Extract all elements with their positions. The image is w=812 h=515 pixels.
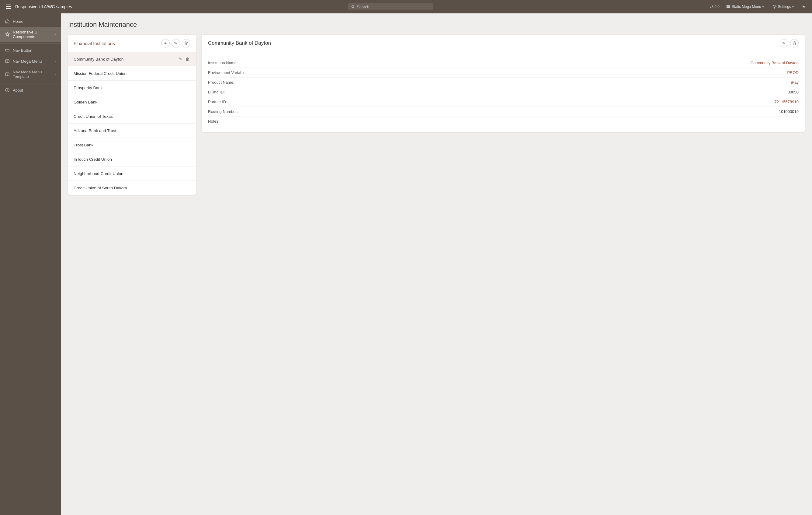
nav-mega-menu-icon bbox=[5, 59, 10, 63]
top-nav-right: v8.0.0 Static Mega Menu ▾ Settings ▾ ☀ bbox=[709, 3, 807, 11]
sidebar-item-home[interactable]: Home bbox=[0, 16, 61, 27]
institution-name-8: Neighborhood Credit Union bbox=[74, 171, 123, 176]
edit-institution-2-button[interactable]: ✎ bbox=[178, 85, 183, 91]
institution-name-1: Mission Federal Credit Union bbox=[74, 71, 126, 76]
nav-button-icon bbox=[5, 48, 10, 53]
institution-item-5[interactable]: Arizona Bank and Trust ✎ 🗑 bbox=[68, 124, 196, 138]
institution-item-4[interactable]: Credit Union of Texas ✎ 🗑 bbox=[68, 109, 196, 124]
detail-value-4: 72115678910 bbox=[263, 100, 799, 104]
detail-label-1: Environment Variable: bbox=[208, 70, 260, 75]
edit-institution-6-button[interactable]: ✎ bbox=[178, 142, 183, 148]
sidebar-item-nav-mega-menu-template-label: Nav Mega Menu Template bbox=[13, 70, 52, 79]
institution-name-9: Credit Union of South Dakota bbox=[74, 186, 127, 190]
institution-item-8[interactable]: Neighborhood Credit Union ✎ 🗑 bbox=[68, 166, 196, 181]
edit-institution-button[interactable]: ✎ bbox=[172, 39, 180, 48]
institution-name-0: Community Bank of Dayton bbox=[74, 57, 123, 61]
delete-institution-4-button[interactable]: 🗑 bbox=[185, 113, 191, 119]
delete-institution-button[interactable]: 🗑 bbox=[182, 39, 191, 48]
institution-item-1[interactable]: Mission Federal Credit Union ✎ 🗑 bbox=[68, 66, 196, 81]
sidebar-item-nav-mega-menu-template[interactable]: Nav Mega Menu Template › bbox=[0, 67, 61, 82]
version-label: v8.0.0 bbox=[709, 5, 720, 9]
delete-institution-8-button[interactable]: 🗑 bbox=[185, 170, 191, 177]
edit-institution-7-button[interactable]: ✎ bbox=[178, 156, 183, 162]
top-nav-left: Responsive UI A/WC samples bbox=[5, 3, 72, 10]
cards-row: Financial Institutions + ✎ 🗑 Community B… bbox=[68, 35, 805, 195]
institution-name-4: Credit Union of Texas bbox=[74, 114, 113, 119]
detail-row-3: Billing ID: 30050 bbox=[208, 87, 799, 97]
detail-label-2: Product Name: bbox=[208, 80, 260, 85]
edit-institution-9-button[interactable]: ✎ bbox=[178, 185, 183, 191]
financial-institutions-actions: + ✎ 🗑 bbox=[161, 39, 191, 48]
sidebar-item-responsive-ui-label: Responsive UI Components bbox=[13, 30, 52, 39]
financial-institutions-header: Financial Institutions + ✎ 🗑 bbox=[68, 35, 196, 52]
delete-institution-7-button[interactable]: 🗑 bbox=[185, 156, 191, 162]
edit-institution-5-button[interactable]: ✎ bbox=[178, 128, 183, 134]
static-mega-menu-label: Static Mega Menu bbox=[732, 5, 761, 9]
detail-row-6: Notes: bbox=[208, 116, 799, 126]
delete-institution-5-button[interactable]: 🗑 bbox=[185, 128, 191, 134]
add-institution-button[interactable]: + bbox=[161, 39, 170, 48]
institution-item-6[interactable]: Frost Bank ✎ 🗑 bbox=[68, 138, 196, 152]
settings-button[interactable]: Settings ▾ bbox=[771, 3, 795, 10]
delete-institution-6-button[interactable]: 🗑 bbox=[185, 142, 191, 148]
search-input[interactable] bbox=[357, 5, 430, 9]
financial-institutions-title: Financial Institutions bbox=[74, 41, 115, 46]
page-title: Institution Maintenance bbox=[68, 21, 805, 29]
sidebar-item-nav-mega-menu-label: Nav Mega Menu bbox=[13, 59, 42, 63]
svg-rect-3 bbox=[727, 6, 730, 7]
edit-institution-8-button[interactable]: ✎ bbox=[178, 170, 183, 177]
nav-mega-menu-template-icon bbox=[5, 72, 10, 77]
institution-item-0[interactable]: Community Bank of Dayton ✎ 🗑 bbox=[68, 52, 196, 66]
svg-point-0 bbox=[352, 5, 354, 7]
detail-value-0: Community Bank of Dayton bbox=[263, 60, 799, 65]
detail-header-actions: ✎ 🗑 bbox=[780, 39, 799, 48]
sidebar-item-about[interactable]: About bbox=[0, 85, 61, 96]
detail-row-2: Product Name: iPay bbox=[208, 78, 799, 87]
svg-rect-7 bbox=[5, 49, 9, 51]
sidebar-item-nav-button[interactable]: Nav Button bbox=[0, 45, 61, 56]
svg-rect-4 bbox=[727, 8, 730, 8]
delete-institution-9-button[interactable]: 🗑 bbox=[185, 185, 191, 191]
delete-detail-button[interactable]: 🗑 bbox=[790, 39, 799, 48]
nav-mega-menu-template-chevron: › bbox=[55, 73, 56, 76]
nav-mega-menu-chevron: › bbox=[55, 60, 56, 63]
main-content: Institution Maintenance Financial Instit… bbox=[61, 13, 812, 515]
delete-institution-2-button[interactable]: 🗑 bbox=[185, 85, 191, 91]
top-nav: Responsive UI A/WC samples v8.0.0 Static… bbox=[0, 0, 812, 13]
hamburger-menu-icon[interactable] bbox=[5, 3, 12, 10]
static-mega-menu-icon bbox=[726, 5, 730, 9]
financial-institutions-card: Financial Institutions + ✎ 🗑 Community B… bbox=[68, 35, 196, 195]
detail-row-5: Routing Number: 101000019 bbox=[208, 107, 799, 116]
search-box[interactable] bbox=[348, 3, 433, 10]
delete-institution-3-button[interactable]: 🗑 bbox=[185, 99, 191, 105]
sidebar-item-nav-mega-menu[interactable]: Nav Mega Menu › bbox=[0, 56, 61, 67]
edit-institution-0-button[interactable]: ✎ bbox=[178, 56, 183, 62]
info-icon bbox=[5, 88, 10, 92]
institution-item-7[interactable]: InTouch Credit Union ✎ 🗑 bbox=[68, 152, 196, 166]
institution-item-9[interactable]: Credit Union of South Dakota ✎ 🗑 bbox=[68, 181, 196, 195]
edit-institution-1-button[interactable]: ✎ bbox=[178, 70, 183, 76]
edit-detail-button[interactable]: ✎ bbox=[780, 39, 788, 48]
institution-item-3[interactable]: Golden Bank ✎ 🗑 bbox=[68, 95, 196, 109]
delete-institution-1-button[interactable]: 🗑 bbox=[185, 70, 191, 76]
svg-point-16 bbox=[7, 89, 8, 89]
detail-label-6: Notes: bbox=[208, 119, 260, 124]
institution-name-3: Golden Bank bbox=[74, 100, 97, 104]
edit-institution-3-button[interactable]: ✎ bbox=[178, 99, 183, 105]
sidebar-item-responsive-ui[interactable]: Responsive UI Components › bbox=[0, 27, 61, 42]
star-icon bbox=[5, 32, 10, 37]
institution-name-5: Arizona Bank and Trust bbox=[74, 129, 116, 133]
static-mega-menu-button[interactable]: Static Mega Menu ▾ bbox=[724, 3, 766, 10]
theme-toggle-button[interactable]: ☀ bbox=[801, 3, 807, 11]
static-mega-menu-chevron: ▾ bbox=[762, 5, 764, 8]
detail-card: Community Bank of Dayton ✎ 🗑 Institution… bbox=[202, 35, 805, 132]
settings-icon bbox=[773, 5, 777, 9]
sidebar-divider-1 bbox=[0, 43, 61, 44]
edit-institution-4-button[interactable]: ✎ bbox=[178, 113, 183, 119]
detail-label-3: Billing ID: bbox=[208, 90, 260, 94]
delete-institution-0-button[interactable]: 🗑 bbox=[185, 56, 191, 62]
detail-row-1: Environment Variable: PROD bbox=[208, 68, 799, 78]
institution-item-2[interactable]: Prosperity Bank ✎ 🗑 bbox=[68, 81, 196, 95]
institution-list: Community Bank of Dayton ✎ 🗑 Mission Fed… bbox=[68, 52, 196, 195]
sidebar: Home Responsive UI Components › Nav Butt… bbox=[0, 13, 61, 515]
